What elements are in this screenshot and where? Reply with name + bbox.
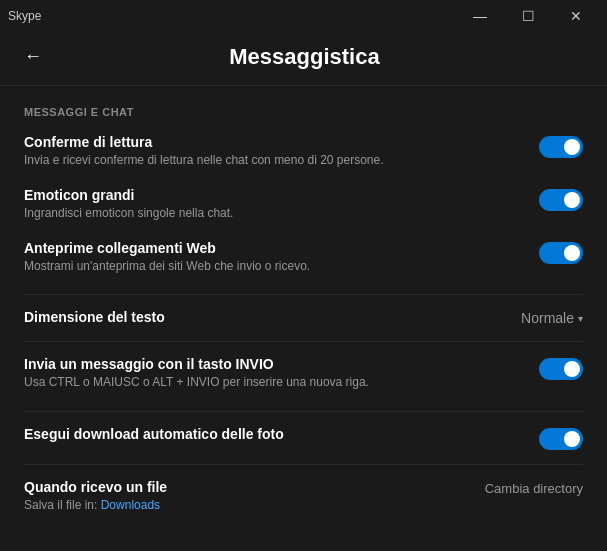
send-message-title: Invia un messaggio con il tasto INVIO xyxy=(24,356,523,372)
anteprime-toggle[interactable] xyxy=(539,242,583,264)
send-message-toggle-switch[interactable] xyxy=(539,358,583,380)
divider-1 xyxy=(24,294,583,295)
auto-download-toggle[interactable] xyxy=(539,428,583,450)
conferme-info: Conferme di lettura Invia e ricevi confe… xyxy=(24,134,539,169)
emoticon-desc: Ingrandisci emoticon singole nella chat. xyxy=(24,205,523,222)
emoticon-toggle[interactable] xyxy=(539,189,583,211)
file-receive-desc: Salva il file in: Downloads xyxy=(24,497,469,514)
emoticon-title: Emoticon grandi xyxy=(24,187,523,203)
divider-3 xyxy=(24,411,583,412)
auto-download-toggle-thumb xyxy=(564,431,580,447)
conferme-title: Conferme di lettura xyxy=(24,134,523,150)
titlebar: Skype — ☐ ✕ xyxy=(0,0,607,32)
text-size-label: Dimensione del testo xyxy=(24,309,165,325)
maximize-button[interactable]: ☐ xyxy=(505,0,551,32)
header: ← Messaggistica xyxy=(0,32,607,86)
anteprime-toggle-thumb xyxy=(564,245,580,261)
conferme-setting-row: Conferme di lettura Invia e ricevi confe… xyxy=(24,134,583,183)
emoticon-info: Emoticon grandi Ingrandisci emoticon sin… xyxy=(24,187,539,222)
divider-2 xyxy=(24,341,583,342)
auto-download-title: Esegui download automatico delle foto xyxy=(24,426,523,442)
anteprime-title: Anteprime collegamenti Web xyxy=(24,240,523,256)
emoticon-toggle-switch[interactable] xyxy=(539,189,583,211)
send-message-setting-row: Invia un messaggio con il tasto INVIO Us… xyxy=(24,356,583,405)
text-size-value: Normale xyxy=(521,310,574,326)
minimize-button[interactable]: — xyxy=(457,0,503,32)
emoticon-toggle-thumb xyxy=(564,192,580,208)
send-message-toggle-track xyxy=(539,358,583,380)
auto-download-toggle-switch[interactable] xyxy=(539,428,583,450)
send-message-info: Invia un messaggio con il tasto INVIO Us… xyxy=(24,356,539,391)
text-size-row: Dimensione del testo Normale ▾ xyxy=(24,309,583,327)
anteprime-desc: Mostrami un'anteprima dei siti Web che i… xyxy=(24,258,523,275)
settings-content: MESSAGGI E CHAT Conferme di lettura Invi… xyxy=(0,86,607,549)
send-message-desc: Usa CTRL o MAIUSC o ALT + INVIO per inse… xyxy=(24,374,523,391)
section-label: MESSAGGI E CHAT xyxy=(24,106,583,118)
auto-download-toggle-track xyxy=(539,428,583,450)
window-controls: — ☐ ✕ xyxy=(457,0,599,32)
divider-4 xyxy=(24,464,583,465)
text-size-dropdown[interactable]: Normale ▾ xyxy=(521,310,583,326)
close-button[interactable]: ✕ xyxy=(553,0,599,32)
anteprime-toggle-switch[interactable] xyxy=(539,242,583,264)
file-receive-info: Quando ricevo un file Salva il file in: … xyxy=(24,479,485,514)
change-directory-button[interactable]: Cambia directory xyxy=(485,481,583,496)
chevron-down-icon: ▾ xyxy=(578,313,583,324)
file-receive-row: Quando ricevo un file Salva il file in: … xyxy=(24,479,583,528)
file-receive-title: Quando ricevo un file xyxy=(24,479,469,495)
page-title: Messaggistica xyxy=(62,44,547,70)
app-title: Skype xyxy=(8,9,41,23)
back-button[interactable]: ← xyxy=(20,42,46,71)
anteprime-toggle-track xyxy=(539,242,583,264)
send-message-toggle[interactable] xyxy=(539,358,583,380)
auto-download-row: Esegui download automatico delle foto xyxy=(24,426,583,458)
send-message-toggle-thumb xyxy=(564,361,580,377)
conferme-desc: Invia e ricevi conferme di lettura nelle… xyxy=(24,152,523,169)
anteprime-setting-row: Anteprime collegamenti Web Mostrami un'a… xyxy=(24,240,583,289)
conferme-toggle[interactable] xyxy=(539,136,583,158)
conferme-toggle-track xyxy=(539,136,583,158)
auto-download-info: Esegui download automatico delle foto xyxy=(24,426,539,444)
conferme-toggle-switch[interactable] xyxy=(539,136,583,158)
emoticon-setting-row: Emoticon grandi Ingrandisci emoticon sin… xyxy=(24,187,583,236)
anteprime-info: Anteprime collegamenti Web Mostrami un'a… xyxy=(24,240,539,275)
emoticon-toggle-track xyxy=(539,189,583,211)
conferme-toggle-thumb xyxy=(564,139,580,155)
file-save-prefix: Salva il file in: xyxy=(24,498,101,512)
downloads-link[interactable]: Downloads xyxy=(101,498,160,512)
